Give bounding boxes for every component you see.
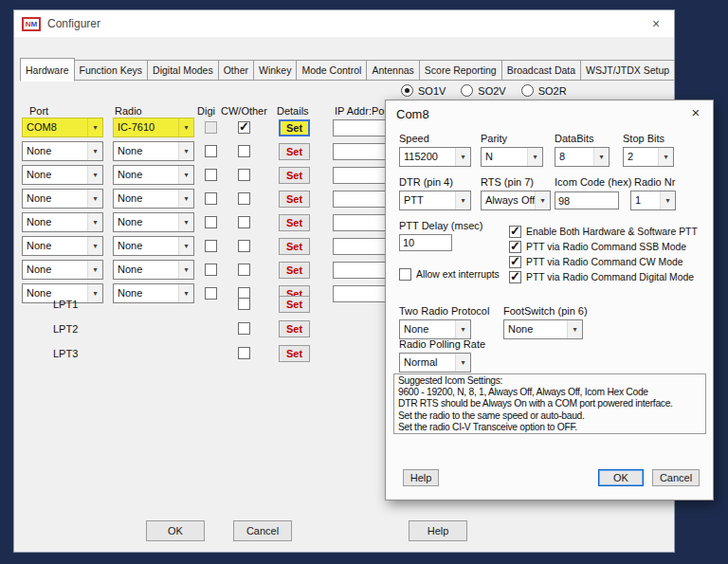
port-select[interactable]: COM8▾ [22,118,103,137]
tab-function-keys[interactable]: Function Keys [75,60,149,81]
enable-both-ptt-checkbox[interactable]: ✓ [509,226,521,238]
radio-select[interactable]: None▾ [113,189,194,209]
polling-select[interactable]: Normal▾ [399,353,471,373]
radio-label: SO2V [478,85,505,97]
tab-score-reporting[interactable]: Score Reporting [420,60,502,81]
stopbits-select[interactable]: 2▾ [623,147,674,167]
radio-option-so2v[interactable]: SO2V [461,84,505,97]
ptt-check-row[interactable]: ✓ PTT via Radio Command CW Mode [509,256,683,268]
radio-value: None [114,166,178,184]
tab-digital-modes[interactable]: Digital Modes [148,60,219,81]
digi-checkbox[interactable]: ✓ [205,121,217,134]
stopbits-label: Stop Bits [623,133,664,144]
port-select[interactable]: None▾ [22,236,103,256]
ptt-digital-checkbox[interactable]: ✓ [509,271,521,283]
cw-other-checkbox[interactable]: ✓ [238,240,250,252]
radio-nr-select[interactable]: 1▾ [630,191,676,210]
lpt-checkbox[interactable]: ✓ [238,298,250,310]
dialog-cancel-button[interactable]: Cancel [652,469,700,486]
databits-value: 8 [555,148,593,166]
tab-broadcast-data[interactable]: Broadcast Data [502,60,581,81]
cw-other-checkbox[interactable]: ✓ [238,121,250,134]
radio-select[interactable]: IC-7610▾ [113,118,194,137]
set-button[interactable]: Set [279,262,310,279]
chevron-down-icon: ▾ [178,166,193,184]
close-icon[interactable]: × [686,104,705,120]
parity-select[interactable]: N▾ [481,147,543,167]
radio-option-so1v[interactable]: SO1V [401,84,446,97]
set-button[interactable]: Set [279,320,310,337]
footswitch-select[interactable]: None▾ [503,319,583,339]
allow-ext-interrupts-checkbox[interactable]: ✓ [399,268,411,281]
port-select[interactable]: None▾ [22,260,103,280]
radio-value: None [114,213,178,231]
dtr-select[interactable]: PTT▾ [399,191,471,210]
set-button[interactable]: Set [279,214,310,231]
cw-other-checkbox[interactable]: ✓ [238,216,250,228]
dialog-help-button[interactable]: Help [403,469,439,486]
chevron-down-icon: ▾ [455,148,470,166]
cw-other-checkbox[interactable]: ✓ [238,192,250,205]
digi-checkbox[interactable]: ✓ [205,216,217,228]
radio-select[interactable]: None▾ [113,260,194,280]
tab-wsjt-jtdx-setup[interactable]: WSJT/JTDX Setup [581,60,675,81]
digi-checkbox[interactable]: ✓ [205,169,217,181]
ptt-check-row[interactable]: ✓ Enable Both Hardware & Software PTT [509,226,698,238]
tab-antennas[interactable]: Antennas [367,60,419,81]
port-select[interactable]: None▾ [22,189,103,209]
chevron-down-icon: ▾ [87,142,102,160]
cancel-button[interactable]: Cancel [233,520,292,541]
lpt-checkbox[interactable]: ✓ [238,322,250,335]
radio-dot [461,84,473,97]
cw-other-checkbox[interactable]: ✓ [238,264,250,276]
port-value: COM8 [23,118,87,136]
ptt-check-row[interactable]: ✓ PTT via Radio Command SSB Mode [509,241,686,253]
two-radio-select[interactable]: None▾ [399,319,471,339]
port-select[interactable]: None▾ [22,141,103,161]
chevron-down-icon: ▾ [455,191,470,209]
allow-ext-interrupts-row[interactable]: ✓ Allow ext interrupts [399,268,500,281]
icom-code-input[interactable] [555,191,619,209]
port-select[interactable]: None▾ [22,165,103,185]
cw-other-checkbox[interactable]: ✓ [238,169,250,181]
tab-other[interactable]: Other [219,60,254,81]
set-button[interactable]: Set [279,143,310,160]
set-button[interactable]: Set [279,345,310,362]
radio-nr-label: Radio Nr [634,176,675,188]
tab-hardware[interactable]: Hardware [20,58,75,82]
ok-button[interactable]: OK [146,520,205,541]
tab-winkey[interactable]: Winkey [254,60,297,81]
radio-option-so2r[interactable]: SO2R [521,84,567,97]
port-select[interactable]: None▾ [22,212,103,232]
digi-checkbox[interactable]: ✓ [205,264,217,276]
set-button[interactable]: Set [279,238,310,255]
suggested-line: 9600 - 19200, N, 8, 1, Always Off, Alway… [398,387,701,398]
set-button[interactable]: Set [279,167,310,184]
radio-value: None [114,142,178,160]
footswitch-label: FootSwitch (pin 6) [503,305,588,317]
radio-select[interactable]: None▾ [113,236,194,256]
lpt-checkbox[interactable]: ✓ [238,347,250,359]
databits-select[interactable]: 8▾ [555,147,610,167]
digi-checkbox[interactable]: ✓ [205,192,217,205]
radio-select[interactable]: None▾ [113,212,194,232]
cw-other-checkbox[interactable]: ✓ [238,145,250,157]
ptt-ssb-checkbox[interactable]: ✓ [509,241,521,253]
set-button[interactable]: Set [279,296,310,313]
tab-mode-control[interactable]: Mode Control [297,60,367,81]
digi-checkbox[interactable]: ✓ [205,240,217,252]
check-icon: ✓ [239,119,249,134]
set-button[interactable]: Set [279,119,310,136]
help-button[interactable]: Help [409,520,467,541]
rts-select[interactable]: Always Off▾ [481,191,551,210]
radio-select[interactable]: None▾ [113,141,194,161]
digi-checkbox[interactable]: ✓ [205,145,217,157]
ptt-delay-input[interactable] [399,234,452,251]
ptt-cw-checkbox[interactable]: ✓ [509,256,521,268]
ptt-check-row[interactable]: ✓ PTT via Radio Command Digital Mode [509,271,694,283]
dialog-ok-button[interactable]: OK [598,469,644,486]
set-button[interactable]: Set [279,191,310,208]
close-icon[interactable]: × [646,16,666,31]
radio-select[interactable]: None▾ [113,165,194,185]
speed-select[interactable]: 115200▾ [399,147,471,167]
